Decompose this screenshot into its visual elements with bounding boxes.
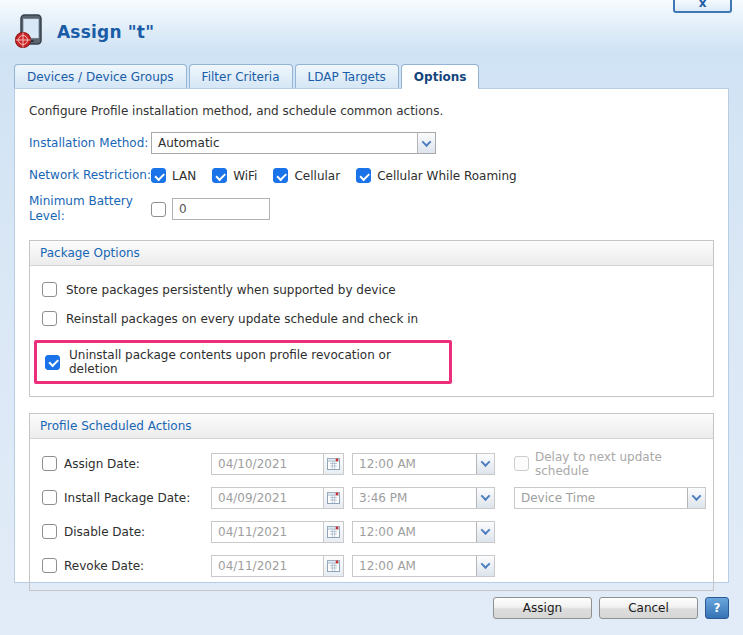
reinstall-packages-label: Reinstall packages on every update sched… (66, 312, 418, 326)
tab-label: Devices / Device Groups (27, 70, 174, 84)
package-options-body: Store packages persistently when support… (30, 266, 713, 396)
install-package-date-value: 04/09/2021 (212, 491, 323, 505)
tab-filter-criteria[interactable]: Filter Criteria (189, 64, 293, 88)
tab-label: Options (414, 70, 467, 84)
install-package-date-checkbox[interactable] (42, 490, 57, 505)
chevron-down-icon[interactable] (687, 488, 705, 508)
scheduled-actions-body: Assign Date: 04/10/2021 12:00 AM Delay t… (30, 439, 713, 590)
assign-time-value: 12:00 AM (353, 457, 476, 471)
scheduled-actions-group: Profile Scheduled Actions Assign Date: 0… (29, 413, 714, 591)
disable-time-value: 12:00 AM (353, 525, 476, 539)
install-package-date-input[interactable]: 04/09/2021 (211, 487, 344, 509)
installation-method-select[interactable]: Automatic (151, 132, 436, 154)
uninstall-package-checkbox[interactable] (45, 355, 60, 370)
network-restriction-row: Network Restriction: LAN WiFi Cellular C… (29, 168, 714, 183)
revoke-date-row: Revoke Date: 04/11/2021 12:00 AM (42, 553, 701, 578)
install-package-date-row: Install Package Date: 04/09/2021 3:46 PM… (42, 485, 701, 510)
disable-date-row: Disable Date: 04/11/2021 12:00 AM (42, 519, 701, 544)
install-package-date-label: Install Package Date: (64, 491, 190, 505)
delay-update-label: Delay to next update schedule (535, 450, 701, 478)
chevron-down-icon[interactable] (476, 556, 494, 576)
chevron-down-icon[interactable] (476, 522, 494, 542)
wifi-checkbox[interactable] (212, 168, 227, 183)
close-button[interactable]: x (673, 0, 732, 13)
install-package-time-select[interactable]: 3:46 PM (352, 487, 495, 509)
calendar-icon[interactable] (323, 454, 343, 474)
package-options-group: Package Options Store packages persisten… (29, 240, 714, 397)
assign-date-row: Assign Date: 04/10/2021 12:00 AM Delay t… (42, 451, 701, 476)
dialog-titlebar: Assign "t" (0, 0, 743, 52)
package-options-title: Package Options (40, 246, 140, 260)
device-time-select[interactable]: Device Time (514, 487, 706, 509)
assign-date-value: 04/10/2021 (212, 457, 323, 471)
tab-ldap-targets[interactable]: LDAP Targets (295, 64, 399, 88)
reinstall-packages-checkbox[interactable] (42, 311, 57, 326)
close-icon: x (699, 0, 707, 10)
chevron-down-icon[interactable] (476, 454, 494, 474)
wifi-label: WiFi (233, 169, 257, 183)
delay-update-item: Delay to next update schedule (514, 450, 701, 478)
install-package-time-value: 3:46 PM (353, 491, 476, 505)
cancel-button[interactable]: Cancel (599, 597, 698, 619)
dialog-footer: Assign Cancel ? (0, 597, 729, 619)
assign-date-input[interactable]: 04/10/2021 (211, 453, 344, 475)
checkbox-item-wifi: WiFi (212, 168, 257, 183)
chevron-down-icon[interactable] (417, 133, 435, 153)
options-tab-panel: Configure Profile installation method, a… (14, 88, 729, 583)
installation-method-value: Automatic (152, 136, 417, 150)
cellular-roaming-label: Cellular While Roaming (377, 169, 517, 183)
disable-date-checkbox[interactable] (42, 524, 57, 539)
lan-label: LAN (172, 169, 196, 183)
installation-method-label: Installation Method: (29, 136, 151, 151)
reinstall-packages-row: Reinstall packages on every update sched… (42, 311, 701, 326)
scheduled-actions-title: Profile Scheduled Actions (40, 419, 192, 433)
tab-devices-device-groups[interactable]: Devices / Device Groups (14, 64, 187, 88)
installation-method-row: Installation Method: Automatic (29, 132, 714, 154)
cellular-checkbox[interactable] (273, 168, 288, 183)
revoke-time-select[interactable]: 12:00 AM (352, 555, 495, 577)
tab-options[interactable]: Options (401, 64, 480, 88)
store-packages-checkbox[interactable] (42, 282, 57, 297)
tab-label: LDAP Targets (308, 70, 386, 84)
uninstall-package-highlight: Uninstall package contents upon profile … (34, 340, 452, 384)
revoke-date-value: 04/11/2021 (212, 559, 323, 573)
store-packages-label: Store packages persistently when support… (66, 283, 396, 297)
store-packages-row: Store packages persistently when support… (42, 282, 701, 297)
revoke-date-label: Revoke Date: (64, 559, 144, 573)
battery-level-row: Minimum Battery Level: 0 (29, 194, 714, 224)
assign-time-select[interactable]: 12:00 AM (352, 453, 495, 475)
disable-date-input[interactable]: 04/11/2021 (211, 521, 344, 543)
calendar-icon[interactable] (323, 556, 343, 576)
tab-bar: Devices / Device Groups Filter Criteria … (14, 64, 743, 88)
battery-level-input[interactable]: 0 (172, 198, 270, 220)
battery-level-checkbox[interactable] (151, 202, 166, 217)
lan-checkbox[interactable] (151, 168, 166, 183)
scheduled-actions-header: Profile Scheduled Actions (30, 414, 713, 439)
checkbox-item-lan: LAN (151, 168, 196, 183)
device-time-value: Device Time (515, 491, 687, 505)
device-profile-icon (13, 13, 47, 52)
help-button[interactable]: ? (705, 597, 729, 619)
delay-update-checkbox[interactable] (514, 456, 529, 471)
uninstall-package-label: Uninstall package contents upon profile … (69, 348, 441, 376)
disable-date-value: 04/11/2021 (212, 525, 323, 539)
revoke-date-input[interactable]: 04/11/2021 (211, 555, 344, 577)
package-options-header: Package Options (30, 241, 713, 266)
revoke-time-value: 12:00 AM (353, 559, 476, 573)
calendar-icon[interactable] (323, 522, 343, 542)
battery-level-label: Minimum Battery Level: (29, 194, 147, 224)
network-restriction-label: Network Restriction: (29, 168, 151, 183)
calendar-icon[interactable] (323, 488, 343, 508)
assign-button[interactable]: Assign (493, 597, 592, 619)
cellular-label: Cellular (294, 169, 340, 183)
device-time-item: Device Time (514, 487, 706, 509)
page-title: Assign "t" (57, 22, 154, 42)
revoke-date-checkbox[interactable] (42, 558, 57, 573)
checkbox-item-cellular-roaming: Cellular While Roaming (356, 168, 517, 183)
assign-date-label: Assign Date: (64, 457, 140, 471)
assign-date-checkbox[interactable] (42, 456, 57, 471)
disable-time-select[interactable]: 12:00 AM (352, 521, 495, 543)
disable-date-label: Disable Date: (64, 525, 145, 539)
chevron-down-icon[interactable] (476, 488, 494, 508)
cellular-roaming-checkbox[interactable] (356, 168, 371, 183)
